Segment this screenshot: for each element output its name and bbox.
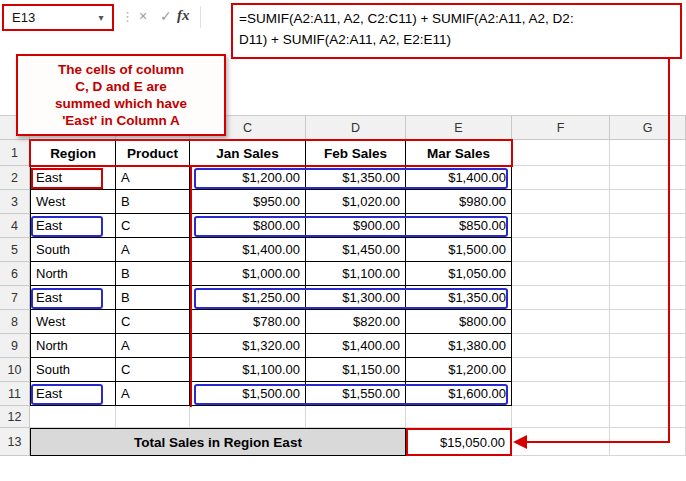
cell-d8[interactable]: $820.00 — [306, 310, 406, 334]
cell-d3[interactable]: $1,020.00 — [306, 190, 406, 214]
cell-e5[interactable]: $1,500.00 — [406, 238, 512, 262]
cell-b2[interactable]: A — [116, 166, 190, 190]
cell-c8[interactable]: $780.00 — [190, 310, 306, 334]
cell-g3[interactable] — [610, 190, 686, 214]
cell-e6[interactable]: $1,050.00 — [406, 262, 512, 286]
row-header-8[interactable]: 8 — [0, 310, 30, 334]
cell-e2[interactable]: $1,400.00 — [406, 166, 512, 190]
cell-e7[interactable]: $1,350.00 — [406, 286, 512, 310]
cell-f1[interactable] — [512, 140, 610, 166]
cell-g5[interactable] — [610, 238, 686, 262]
cell-b4[interactable]: C — [116, 214, 190, 238]
cell-e13-total-value[interactable]: $15,050.00 — [406, 428, 512, 456]
cell-d4[interactable]: $900.00 — [306, 214, 406, 238]
cell-c11[interactable]: $1,500.00 — [190, 382, 306, 406]
column-header-g[interactable]: G — [610, 116, 686, 140]
cell-b12[interactable] — [116, 406, 190, 428]
cell-g13[interactable] — [610, 428, 686, 456]
cell-b8[interactable]: C — [116, 310, 190, 334]
cell-d6[interactable]: $1,100.00 — [306, 262, 406, 286]
column-header-e[interactable]: E — [406, 116, 512, 140]
row-header-11[interactable]: 11 — [0, 382, 30, 406]
cell-b5[interactable]: A — [116, 238, 190, 262]
cell-a8[interactable]: West — [30, 310, 116, 334]
cell-c12[interactable] — [190, 406, 306, 428]
cell-a11[interactable]: East — [30, 382, 116, 406]
cell-f9[interactable] — [512, 334, 610, 358]
cell-f3[interactable] — [512, 190, 610, 214]
cell-e10[interactable]: $1,200.00 — [406, 358, 512, 382]
cell-c3[interactable]: $950.00 — [190, 190, 306, 214]
cell-d12[interactable] — [306, 406, 406, 428]
cell-g7[interactable] — [610, 286, 686, 310]
cell-b6[interactable]: B — [116, 262, 190, 286]
cell-e11[interactable]: $1,600.00 — [406, 382, 512, 406]
row-header-5[interactable]: 5 — [0, 238, 30, 262]
cell-b7[interactable]: B — [116, 286, 190, 310]
cell-d1[interactable]: Feb Sales — [306, 140, 406, 166]
row-header-1[interactable]: 1 — [0, 140, 30, 166]
insert-function-icon[interactable]: fx — [177, 6, 190, 24]
column-header-f[interactable]: F — [512, 116, 610, 140]
cell-e8[interactable]: $800.00 — [406, 310, 512, 334]
cell-a9[interactable]: North — [30, 334, 116, 358]
cell-a13-total-merged[interactable]: Total Sales in Region East — [30, 428, 406, 456]
cell-g2[interactable] — [610, 166, 686, 190]
cell-a1[interactable]: Region — [30, 140, 116, 166]
cell-e4[interactable]: $850.00 — [406, 214, 512, 238]
cell-f8[interactable] — [512, 310, 610, 334]
row-header-12[interactable]: 12 — [0, 406, 30, 428]
cell-e3[interactable]: $980.00 — [406, 190, 512, 214]
cell-g8[interactable] — [610, 310, 686, 334]
cell-c10[interactable]: $1,100.00 — [190, 358, 306, 382]
cell-a10[interactable]: South — [30, 358, 116, 382]
cell-a6[interactable]: North — [30, 262, 116, 286]
cell-b3[interactable]: B — [116, 190, 190, 214]
cell-d9[interactable]: $1,400.00 — [306, 334, 406, 358]
cell-e12[interactable] — [406, 406, 512, 428]
cell-c7[interactable]: $1,250.00 — [190, 286, 306, 310]
cell-d7[interactable]: $1,300.00 — [306, 286, 406, 310]
cell-a7[interactable]: East — [30, 286, 116, 310]
cell-a12[interactable] — [30, 406, 116, 428]
cell-f4[interactable] — [512, 214, 610, 238]
row-header-6[interactable]: 6 — [0, 262, 30, 286]
cancel-icon[interactable]: × — [139, 7, 147, 25]
cell-e1[interactable]: Mar Sales — [406, 140, 512, 166]
cell-d2[interactable]: $1,350.00 — [306, 166, 406, 190]
cell-c6[interactable]: $1,000.00 — [190, 262, 306, 286]
cell-e9[interactable]: $1,380.00 — [406, 334, 512, 358]
cell-a2[interactable]: East — [30, 166, 116, 190]
cell-b1[interactable]: Product — [116, 140, 190, 166]
formula-input[interactable]: =SUMIF(A2:A11, A2, C2:C11) + SUMIF(A2:A1… — [239, 8, 675, 50]
enter-icon[interactable]: ✓ — [160, 7, 172, 25]
cell-c1[interactable]: Jan Sales — [190, 140, 306, 166]
cell-f12[interactable] — [512, 406, 610, 428]
cell-b11[interactable]: A — [116, 382, 190, 406]
column-header-d[interactable]: D — [306, 116, 406, 140]
cell-d10[interactable]: $1,150.00 — [306, 358, 406, 382]
cell-f11[interactable] — [512, 382, 610, 406]
cell-g11[interactable] — [610, 382, 686, 406]
cell-d5[interactable]: $1,450.00 — [306, 238, 406, 262]
name-box-dropdown-icon[interactable]: ▾ — [90, 12, 112, 23]
cell-f5[interactable] — [512, 238, 610, 262]
row-header-2[interactable]: 2 — [0, 166, 30, 190]
cell-g1[interactable] — [610, 140, 686, 166]
cell-f13[interactable] — [512, 428, 610, 456]
cell-c4[interactable]: $800.00 — [190, 214, 306, 238]
cell-g4[interactable] — [610, 214, 686, 238]
row-header-13[interactable]: 13 — [0, 428, 30, 456]
cell-g12[interactable] — [610, 406, 686, 428]
cell-g9[interactable] — [610, 334, 686, 358]
cell-d11[interactable]: $1,550.00 — [306, 382, 406, 406]
row-header-10[interactable]: 10 — [0, 358, 30, 382]
row-header-3[interactable]: 3 — [0, 190, 30, 214]
cell-f6[interactable] — [512, 262, 610, 286]
formula-bar-splitter-icon[interactable]: ⋮ — [121, 8, 134, 26]
cell-g10[interactable] — [610, 358, 686, 382]
cell-b10[interactable]: C — [116, 358, 190, 382]
row-header-4[interactable]: 4 — [0, 214, 30, 238]
cell-a4[interactable]: East — [30, 214, 116, 238]
cell-c5[interactable]: $1,400.00 — [190, 238, 306, 262]
